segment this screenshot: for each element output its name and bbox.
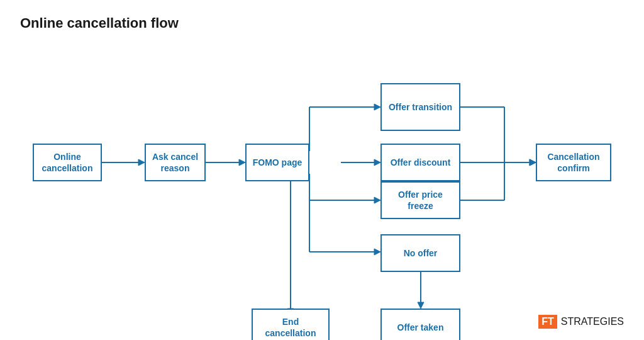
svg-marker-14	[374, 249, 380, 255]
svg-marker-18	[530, 159, 536, 166]
page: Online cancellation flow	[0, 0, 644, 340]
svg-marker-6	[374, 104, 380, 110]
svg-marker-1	[138, 159, 145, 166]
svg-marker-24	[418, 302, 424, 309]
ft-strategies-logo: FT STRATEGIES	[538, 315, 624, 329]
connectors	[20, 44, 624, 334]
strategies-text: STRATEGIES	[561, 316, 624, 327]
offer-taken-box: Offer taken	[380, 309, 460, 340]
page-title: Online cancellation flow	[20, 15, 624, 31]
svg-marker-20	[530, 159, 536, 166]
svg-marker-8	[374, 159, 380, 166]
offer-transition-box: Offer transition	[380, 83, 460, 131]
no-offer-box: No offer	[380, 234, 460, 272]
svg-marker-11	[374, 197, 380, 203]
ft-box: FT	[538, 315, 557, 329]
ask-cancel-reason-box: Ask cancel reason	[145, 144, 206, 181]
cancellation-confirm-box: Cancellation confirm	[536, 144, 611, 181]
svg-marker-3	[239, 159, 245, 166]
online-cancellation-box: Online cancellation	[33, 144, 102, 181]
offer-discount-box: Offer discount	[380, 144, 460, 181]
fomo-page-box: FOMO page	[245, 144, 309, 181]
offer-price-freeze-box: Offer price freeze	[380, 181, 460, 219]
end-cancellation-box: End cancellation	[252, 309, 330, 340]
diagram: Online cancellation Ask cancel reason FO…	[20, 44, 624, 334]
